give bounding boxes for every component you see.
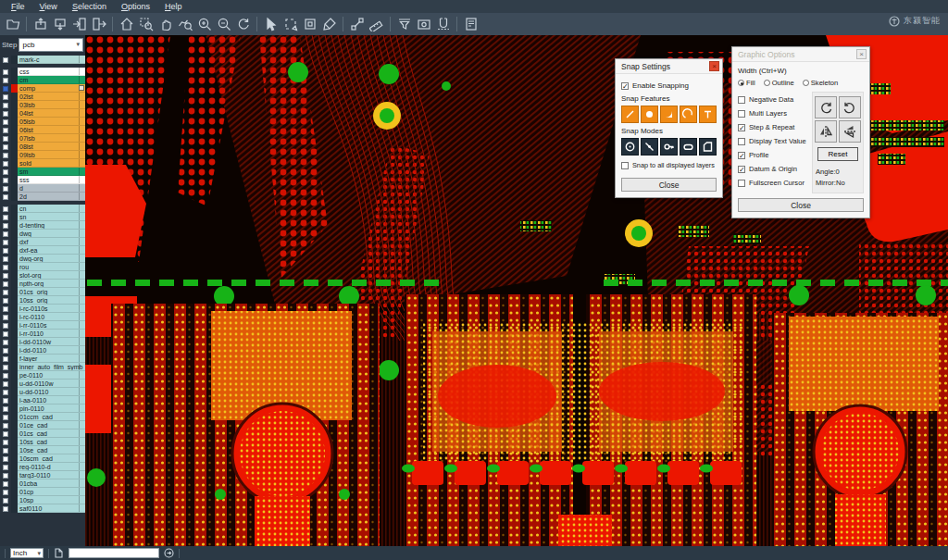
layer-row-dwg-org[interactable]: dwg-org bbox=[0, 255, 85, 263]
layer-row-inner_auto_film_symb[interactable]: inner_auto_film_symb bbox=[0, 363, 85, 371]
layer-visibility-checkbox[interactable] bbox=[0, 338, 11, 346]
snap-magnet-button[interactable] bbox=[433, 15, 453, 33]
layer-visibility-checkbox[interactable] bbox=[0, 263, 11, 271]
layer-visibility-checkbox[interactable] bbox=[0, 280, 11, 288]
reset-button[interactable]: Reset bbox=[817, 147, 858, 161]
home-button[interactable] bbox=[117, 15, 136, 33]
enable-snapping-checkbox[interactable]: ✓ Enable Snapping bbox=[621, 81, 717, 91]
layer-visibility-checkbox[interactable] bbox=[0, 305, 11, 313]
width-option-outline[interactable]: Outline bbox=[764, 79, 794, 87]
zoom-window-button[interactable] bbox=[136, 15, 156, 33]
layer-row-saf0110[interactable]: saf0110 bbox=[0, 504, 85, 513]
snap-feature-line-button[interactable] bbox=[621, 106, 639, 123]
layer-row-targ3-0110[interactable]: targ3-0110 bbox=[0, 471, 85, 479]
layer-row-d-tenting[interactable]: d-tenting bbox=[0, 221, 85, 230]
open-folder-button[interactable] bbox=[3, 15, 22, 33]
layer-row-01cs_orig[interactable]: 01cs_orig bbox=[0, 288, 85, 296]
layer-visibility-checkbox[interactable] bbox=[0, 118, 11, 126]
layer-visibility-checkbox[interactable] bbox=[0, 151, 11, 159]
layer-visibility-checkbox[interactable] bbox=[0, 126, 11, 134]
layer-visibility-checkbox[interactable] bbox=[0, 296, 11, 305]
layer-row-10se_cad[interactable]: 10se_cad bbox=[0, 446, 85, 454]
pan-hand-button[interactable] bbox=[156, 15, 175, 33]
option-negative-data[interactable]: Negative Data bbox=[738, 93, 808, 106]
layer-visibility-checkbox[interactable] bbox=[0, 56, 11, 64]
option-fullscreen-cursor[interactable]: Fullscreen Cursor bbox=[738, 177, 808, 189]
layer-visibility-checkbox[interactable] bbox=[0, 143, 11, 151]
filter-funnel-button[interactable] bbox=[394, 15, 414, 33]
select-frame-button[interactable] bbox=[300, 15, 319, 33]
option-step-repeat[interactable]: ✓Step & Repeat bbox=[738, 121, 808, 133]
view-eye-button[interactable] bbox=[414, 15, 433, 33]
layer-visibility-checkbox[interactable] bbox=[0, 288, 11, 296]
layer-row-sold[interactable]: sold bbox=[0, 159, 85, 168]
layer-row-f-layer[interactable]: f-layer bbox=[0, 355, 85, 363]
layer-row-i-rr-0110s[interactable]: i-rr-0110s bbox=[0, 321, 85, 330]
layer-visibility-checkbox[interactable] bbox=[0, 454, 11, 463]
layer-row-01cp[interactable]: 01cp bbox=[0, 488, 85, 496]
layer-row-2d[interactable]: 2d bbox=[0, 193, 85, 201]
menu-view[interactable]: View bbox=[32, 0, 65, 13]
menu-selection[interactable]: Selection bbox=[65, 0, 114, 13]
layer-row-i-dd-0110w[interactable]: i-dd-0110w bbox=[0, 338, 85, 346]
layer-row-i-dd-0110[interactable]: i-dd-0110 bbox=[0, 346, 85, 355]
layer-visibility-checkbox[interactable] bbox=[0, 471, 11, 479]
layer-row-pin-0110[interactable]: pin-0110 bbox=[0, 404, 85, 413]
menu-options[interactable]: Options bbox=[114, 0, 157, 13]
layer-row-04lst[interactable]: 04lst bbox=[0, 109, 85, 118]
layer-visibility-checkbox[interactable] bbox=[0, 355, 11, 363]
page-in-button[interactable] bbox=[69, 15, 89, 33]
graphic-close-button[interactable]: Close bbox=[738, 198, 864, 212]
layer-visibility-checkbox[interactable] bbox=[0, 463, 11, 471]
layer-visibility-checkbox[interactable] bbox=[0, 238, 11, 246]
layer-visibility-checkbox[interactable] bbox=[0, 205, 11, 213]
layer-row-06lst[interactable]: 06lst bbox=[0, 126, 85, 134]
layer-visibility-checkbox[interactable] bbox=[0, 313, 11, 321]
option-display-text-value[interactable]: Display Text Value bbox=[738, 135, 808, 147]
layer-row-slot-org[interactable]: slot-org bbox=[0, 271, 85, 280]
unit-select[interactable]: Inch ▾ bbox=[10, 548, 44, 558]
layer-row-01cba[interactable]: 01cba bbox=[0, 479, 85, 488]
layer-row-07lsb[interactable]: 07lsb bbox=[0, 134, 85, 143]
menu-file[interactable]: File bbox=[4, 0, 32, 13]
layer-visibility-checkbox[interactable] bbox=[0, 504, 11, 513]
layer-row-dxf-ea[interactable]: dxf-ea bbox=[0, 246, 85, 255]
layer-visibility-checkbox[interactable] bbox=[0, 76, 11, 84]
layer-visibility-checkbox[interactable] bbox=[0, 230, 11, 238]
layer-row-05lsb[interactable]: 05lsb bbox=[0, 118, 85, 126]
layer-visibility-checkbox[interactable] bbox=[0, 109, 11, 118]
close-icon[interactable]: × bbox=[709, 61, 719, 71]
page-out-button[interactable] bbox=[89, 15, 108, 33]
snap-mode-center-button[interactable] bbox=[621, 138, 639, 156]
menu-help[interactable]: Help bbox=[157, 0, 190, 13]
layer-visibility-checkbox[interactable] bbox=[0, 159, 11, 168]
snap-feature-pad-button[interactable] bbox=[641, 106, 658, 123]
select-rect-button[interactable] bbox=[281, 15, 300, 33]
layer-visibility-checkbox[interactable] bbox=[0, 221, 11, 230]
layer-row-10ss_orig[interactable]: 10ss_orig bbox=[0, 296, 85, 305]
zoom-reset-button[interactable] bbox=[233, 15, 253, 33]
snap-mode-key-button[interactable] bbox=[660, 138, 678, 156]
layer-row-rou[interactable]: rou bbox=[0, 263, 85, 271]
layer-row-npth-org[interactable]: npth-org bbox=[0, 280, 85, 288]
layer-visibility-checkbox[interactable] bbox=[0, 246, 11, 255]
zoom-in-button[interactable] bbox=[194, 15, 214, 33]
snap-feature-text-button[interactable] bbox=[699, 106, 717, 123]
step-select[interactable]: pcb ▾ bbox=[19, 38, 83, 52]
select-arrow-button[interactable] bbox=[261, 15, 281, 33]
layer-visibility-checkbox[interactable] bbox=[0, 134, 11, 143]
layer-visibility-checkbox[interactable] bbox=[0, 255, 11, 263]
brush-button[interactable] bbox=[319, 15, 339, 33]
layer-row-09lsb[interactable]: 09lsb bbox=[0, 151, 85, 159]
form-panel-button[interactable] bbox=[461, 15, 480, 33]
layer-visibility-checkbox[interactable] bbox=[0, 429, 11, 438]
layer-row-sn[interactable]: sn bbox=[0, 213, 85, 221]
layer-visibility-checkbox[interactable] bbox=[0, 93, 11, 101]
layer-visibility-checkbox[interactable] bbox=[0, 446, 11, 454]
layer-row-reg-0110-d[interactable]: reg-0110-d bbox=[0, 463, 85, 471]
layer-visibility-checkbox[interactable] bbox=[0, 101, 11, 109]
layer-row-d[interactable]: d bbox=[0, 184, 85, 193]
layer-row-comp[interactable]: comp bbox=[0, 84, 85, 93]
layer-row-01ccm_cad[interactable]: 01ccm_cad bbox=[0, 413, 85, 421]
snap-feature-surface-button[interactable] bbox=[660, 106, 678, 123]
